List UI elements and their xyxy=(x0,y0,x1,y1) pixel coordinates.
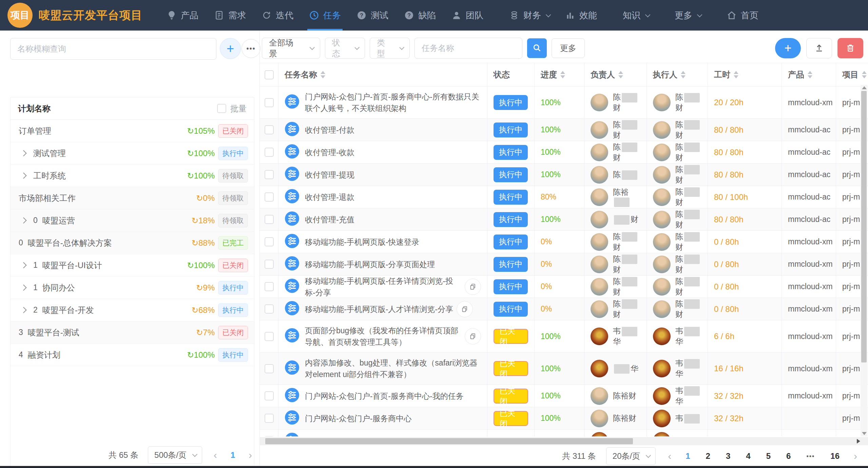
copy-button[interactable] xyxy=(465,328,481,344)
nav-item-finance[interactable]: 财务 xyxy=(501,0,557,31)
column-header[interactable]: 负责人 xyxy=(584,63,647,86)
row-checkbox[interactable] xyxy=(265,148,274,157)
task-name[interactable]: 页面部分bug修改（我发布的任务详情页顶部导航、首页研发管理工具等） xyxy=(305,325,461,348)
next-page-icon[interactable]: › xyxy=(247,449,254,461)
plan-row[interactable]: 3 唛盟平台-测试 ↻7% 已关闭 xyxy=(11,321,254,344)
table-row[interactable]: 收付管理-充值 执行中 100% 财 陈财 xyxy=(260,208,868,231)
row-checkbox[interactable] xyxy=(265,332,274,341)
prev-page-icon[interactable]: ‹ xyxy=(212,449,219,461)
row-checkbox[interactable] xyxy=(265,391,274,400)
page-number[interactable]: 6 xyxy=(784,451,793,461)
table-row[interactable]: 移动端功能-手机网页版-人才详情浏览-分享 执行中 0% 陈财 xyxy=(260,298,868,320)
table-row[interactable]: 收付管理-收款 执行中 100% 陈财 陈财 xyxy=(260,141,868,164)
more-filters-button[interactable]: 更多 xyxy=(552,38,585,58)
nav-item-efficiency[interactable]: 效能 xyxy=(557,0,605,31)
delete-button[interactable] xyxy=(837,38,863,58)
plan-row[interactable]: 工时系统 ↻100% 待领取 xyxy=(11,165,254,187)
next-page-icon[interactable]: › xyxy=(852,450,859,462)
page-number[interactable]: 3 xyxy=(724,451,732,461)
column-header[interactable]: 项目 xyxy=(836,63,868,86)
task-name[interactable]: 收付管理-提现 xyxy=(305,169,354,181)
sort-icon[interactable] xyxy=(681,71,686,78)
task-page-size-select[interactable]: 20条/页 xyxy=(606,447,656,465)
row-checkbox[interactable] xyxy=(265,192,274,202)
select-all-checkbox[interactable] xyxy=(265,70,274,79)
nav-item-knowledge[interactable]: 知识 xyxy=(615,0,657,31)
nav-item-team[interactable]: 团队 xyxy=(444,0,491,31)
sort-icon[interactable] xyxy=(560,71,565,78)
prev-page-icon[interactable]: ‹ xyxy=(666,450,673,462)
page-number[interactable]: 5 xyxy=(764,451,773,461)
column-header[interactable]: 产品 xyxy=(782,63,836,86)
task-name[interactable]: 内容添加修改、bug处理、样式修改（safari浏览器对element ui部分… xyxy=(305,357,481,380)
page-number[interactable]: 4 xyxy=(744,451,752,461)
nav-item-task[interactable]: 任务 xyxy=(301,0,349,31)
expand-chevron-icon[interactable] xyxy=(20,172,26,179)
task-name[interactable]: 收付管理-退款 xyxy=(305,191,354,203)
plan-search-input[interactable] xyxy=(10,38,216,60)
nav-item-product[interactable]: 产品 xyxy=(159,0,206,31)
expand-chevron-icon[interactable] xyxy=(20,307,26,313)
column-header[interactable]: 工时 xyxy=(708,63,782,86)
task-name[interactable]: 门户网站-众包门户-服务商中心 xyxy=(305,413,411,424)
row-checkbox[interactable] xyxy=(265,215,274,224)
column-header[interactable]: 任务名称 xyxy=(278,63,487,86)
sort-icon[interactable] xyxy=(618,71,623,78)
expand-chevron-icon[interactable] xyxy=(20,284,26,291)
plan-row[interactable]: 2 唛盟平台-开发 ↻68% 执行中 xyxy=(11,299,254,321)
plan-page-size-select[interactable]: 500条/页 xyxy=(148,446,202,464)
add-plan-button[interactable]: + xyxy=(220,38,241,59)
plan-row[interactable]: 0 唛盟运营 ↻18% 待领取 xyxy=(11,209,254,232)
table-row[interactable]: 页面部分bug修改（我发布的任务详情页顶部导航、首页研发管理工具等） 已关闭 1… xyxy=(260,320,868,353)
table-row[interactable]: 门户网站-众包门户-首页-服务商中心-我的任务 已关闭 100% 陈裕财 xyxy=(260,385,868,407)
task-name[interactable]: 移动端功能-手机网页版-快速登录 xyxy=(305,236,419,248)
plan-row[interactable]: 0 唛盟平台-总体解决方案 ↻88% 已完工 xyxy=(11,232,254,254)
table-row[interactable]: 门户网站-众包门户-首页-服务商中心-所有数据只关联个人账号，不关联组织架构 执… xyxy=(260,87,868,119)
sort-icon[interactable] xyxy=(808,71,812,78)
vertical-scrollbar[interactable] xyxy=(861,85,867,436)
scroll-up-icon[interactable] xyxy=(862,86,867,89)
add-task-button[interactable]: + xyxy=(775,38,801,58)
page-number[interactable]: 1 xyxy=(683,451,692,461)
search-button[interactable] xyxy=(527,38,547,58)
upload-button[interactable] xyxy=(806,38,832,58)
task-name[interactable]: 移动端功能-手机网页版-分享页面处理 xyxy=(305,259,435,270)
row-checkbox[interactable] xyxy=(265,237,274,246)
row-checkbox[interactable] xyxy=(265,436,274,436)
page-number[interactable]: 16 xyxy=(828,451,842,461)
horizontal-scroll-thumb[interactable] xyxy=(265,438,633,444)
copy-button[interactable] xyxy=(465,279,481,295)
sort-icon[interactable] xyxy=(862,71,867,78)
nav-item-iteration[interactable]: 迭代 xyxy=(254,0,301,31)
row-checkbox[interactable] xyxy=(265,304,274,314)
task-name[interactable]: 收付管理-付款 xyxy=(305,124,354,136)
scene-select[interactable]: 全部场景 xyxy=(262,38,320,59)
row-checkbox[interactable] xyxy=(265,414,274,423)
table-row[interactable]: 收付管理-退款 执行中 80% 陈裕 陈财 xyxy=(260,186,868,208)
table-row[interactable]: 内容添加修改、bug处理、样式修改（safari浏览器对element ui部分… xyxy=(260,353,868,385)
task-name[interactable]: 门户网站-众包门户-首页-服务商中心-我的任务 xyxy=(305,390,464,402)
plan-row[interactable]: 4 融资计划 ↻100% 执行中 xyxy=(11,344,254,366)
column-header[interactable]: 进度 xyxy=(535,63,584,86)
plan-row[interactable]: 1 协同办公 ↻9% 执行中 xyxy=(11,277,254,299)
expand-chevron-icon[interactable] xyxy=(20,262,26,268)
column-header[interactable]: 状态 xyxy=(487,63,535,86)
table-row[interactable]: 门户网站-众包门户-服务商中心 已关闭 100% 陈裕财 xyxy=(260,407,868,430)
table-row[interactable]: 收付管理-付款 执行中 100% 陈财 陈财 xyxy=(260,119,868,141)
task-name[interactable]: 移动端功能-手机网页版-任务详情页浏览-投标-分享 xyxy=(305,276,461,298)
nav-item-more[interactable]: 更多 xyxy=(667,0,709,31)
task-name[interactable]: 门户网站-众包门户-首页-服务商中心-所有数据只关联个人账号，不关联组织架构 xyxy=(305,91,481,114)
table-row[interactable]: 移动端功能-手机网页版-快速登录 执行中 0% 陈财 xyxy=(260,231,868,253)
batch-checkbox[interactable] xyxy=(217,104,226,113)
type-select[interactable]: 类型 xyxy=(370,38,410,59)
status-select[interactable]: 状态 xyxy=(325,38,365,59)
table-row[interactable]: 移动端功能-手机网页版-分享页面处理 执行中 0% 陈财 xyxy=(260,253,868,276)
plan-more-actions-button[interactable]: ••• xyxy=(242,39,261,58)
plan-row[interactable]: 订单管理 ↻105% 已关闭 xyxy=(11,120,254,142)
scroll-down-icon[interactable] xyxy=(862,432,867,435)
expand-chevron-icon[interactable] xyxy=(20,217,26,223)
copy-button[interactable] xyxy=(457,301,473,317)
table-row[interactable]: 收付管理-提现 执行中 100% 陈 陈财 xyxy=(260,164,868,186)
vertical-scroll-thumb[interactable] xyxy=(861,91,867,362)
row-checkbox[interactable] xyxy=(265,125,274,134)
